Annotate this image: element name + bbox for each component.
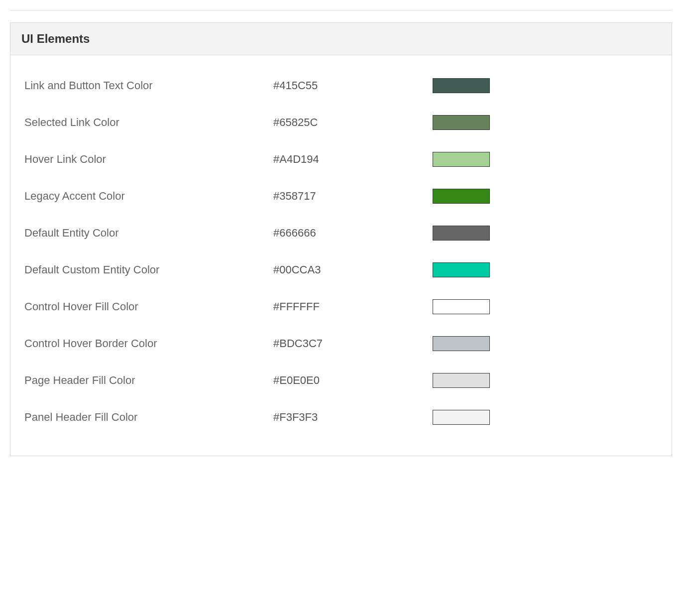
- color-swatch[interactable]: [433, 262, 490, 277]
- color-row: Control Hover Fill Color#FFFFFF: [24, 288, 658, 325]
- color-row: Default Entity Color#666666: [24, 215, 658, 251]
- color-swatch[interactable]: [433, 226, 490, 241]
- color-row: Link and Button Text Color#415C55: [24, 67, 658, 104]
- color-value: #FFFFFF: [273, 300, 433, 313]
- color-label: Default Custom Entity Color: [24, 263, 273, 276]
- color-swatch[interactable]: [433, 78, 490, 93]
- color-label: Legacy Accent Color: [24, 190, 273, 203]
- color-value: #65825C: [273, 116, 433, 129]
- color-value: #BDC3C7: [273, 337, 433, 350]
- color-value: #00CCA3: [273, 263, 433, 276]
- color-value: #666666: [273, 227, 433, 240]
- color-swatch[interactable]: [433, 152, 490, 167]
- panel-header: UI Elements: [10, 23, 672, 55]
- color-row: Page Header Fill Color#E0E0E0: [24, 362, 658, 399]
- color-swatch[interactable]: [433, 189, 490, 204]
- color-row: Panel Header Fill Color#F3F3F3: [24, 399, 658, 436]
- color-value: #F3F3F3: [273, 411, 433, 424]
- color-row: Selected Link Color#65825C: [24, 104, 658, 141]
- ui-elements-panel: UI Elements Link and Button Text Color#4…: [10, 22, 672, 456]
- color-row: Default Custom Entity Color#00CCA3: [24, 251, 658, 288]
- color-label: Selected Link Color: [24, 116, 273, 129]
- top-divider: [10, 10, 672, 10]
- color-row: Hover Link Color#A4D194: [24, 141, 658, 178]
- panel-body: Link and Button Text Color#415C55Selecte…: [10, 55, 672, 456]
- color-swatch[interactable]: [433, 299, 490, 314]
- color-label: Control Hover Fill Color: [24, 300, 273, 313]
- color-swatch[interactable]: [433, 115, 490, 130]
- color-value: #E0E0E0: [273, 374, 433, 387]
- color-label: Panel Header Fill Color: [24, 411, 273, 424]
- color-label: Control Hover Border Color: [24, 337, 273, 350]
- color-label: Link and Button Text Color: [24, 79, 273, 92]
- color-row: Legacy Accent Color#358717: [24, 178, 658, 215]
- color-value: #A4D194: [273, 153, 433, 166]
- color-label: Default Entity Color: [24, 227, 273, 240]
- color-label: Page Header Fill Color: [24, 374, 273, 387]
- color-value: #415C55: [273, 79, 433, 92]
- color-swatch[interactable]: [433, 336, 490, 351]
- color-swatch[interactable]: [433, 410, 490, 425]
- color-row: Control Hover Border Color#BDC3C7: [24, 325, 658, 362]
- color-label: Hover Link Color: [24, 153, 273, 166]
- panel-title: UI Elements: [21, 32, 661, 46]
- color-value: #358717: [273, 190, 433, 203]
- color-swatch[interactable]: [433, 373, 490, 388]
